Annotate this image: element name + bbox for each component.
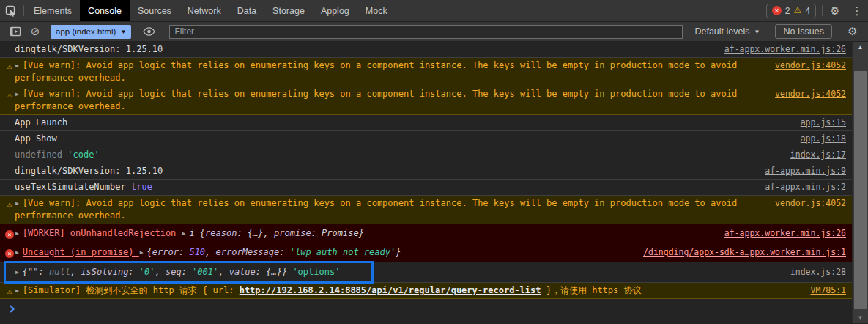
message-fragment: undefined (15, 150, 62, 160)
source-location-link[interactable]: af-appx.worker.min.js:26 (724, 43, 846, 56)
spacer (396, 0, 766, 21)
warning-icon: ⚠ (4, 198, 15, 210)
source-location-link[interactable]: index.js:28 (790, 266, 846, 279)
console-message-text: dingtalk/SDKVersion: 1.25.10 (15, 165, 754, 177)
message-fragment: useTextSimulateNumber (15, 182, 131, 192)
console-message-row: dingtalk/SDKVersion: 1.25.10af-appx.work… (0, 42, 852, 58)
expand-arrow-icon[interactable]: ▶ (15, 246, 19, 259)
console-message-row: ×▶[WORKER] onUnhandledRejection ▶i {reas… (0, 224, 852, 243)
message-fragment: : (279, 247, 289, 257)
message-fragment: '0' (139, 267, 155, 277)
log-levels-dropdown[interactable]: Default levels ▼ (689, 26, 765, 37)
source-location-link[interactable]: af-appx.min.js:2 (765, 181, 846, 194)
message-fragment: "" (28, 267, 38, 277)
source-location-link[interactable]: app.js:15 (801, 117, 846, 129)
inspect-element-icon[interactable] (0, 0, 22, 21)
message-fragment: [WORKER] onUnhandledRejection (23, 228, 182, 238)
tab-applog[interactable]: Applog (313, 0, 357, 21)
error-icon-glyph: × (5, 249, 14, 258)
more-options-icon[interactable]: ⋮ (846, 0, 868, 21)
source-location-link[interactable]: app.js:18 (801, 133, 846, 145)
message-fragment: : Promise} (311, 228, 364, 238)
message-fragment: { (147, 247, 152, 257)
source-location-link[interactable]: af-appx.min.js:9 (765, 165, 846, 177)
message-fragment: value (229, 267, 256, 277)
console-message-row: ⚠▶[Simulator] 检测到不安全的 http 请求 { url: htt… (0, 283, 852, 299)
console-message-row: ⚠▶[Vue warn]: Avoid app logic that relie… (0, 58, 852, 86)
expand-arrow-icon[interactable]: ▶ (15, 266, 19, 279)
message-fragment: performance overhead. (15, 210, 126, 221)
source-location-link[interactable]: /dingding/appx-sdk-a…ppx.worker.min.js:1 (643, 246, 846, 259)
console-message-text: ▶{"": null, isSolving: '0', seq: '001', … (15, 266, 780, 279)
expand-arrow-icon[interactable]: ▶ (15, 88, 19, 100)
console-message-row: App Showapp.js:18 (0, 131, 852, 147)
message-fragment: i { (189, 228, 205, 238)
message-fragment: : {…}, (237, 228, 274, 238)
settings-gear-icon[interactable]: ⚙ (824, 0, 846, 21)
clear-console-icon[interactable]: ⊘ (26, 25, 44, 38)
warning-badge-icon: ⚠ (794, 6, 802, 15)
console-main: dingtalk/SDKVersion: 1.25.10af-appx.work… (0, 42, 868, 323)
console-sidebar-icon[interactable] (4, 26, 26, 37)
source-location-link[interactable]: vendor.js:4052 (775, 197, 846, 210)
message-fragment: performance overhead. (15, 73, 126, 83)
tab-mock[interactable]: Mock (357, 0, 396, 21)
source-location-link[interactable]: af-appx.worker.min.js:26 (724, 227, 846, 240)
inline-url-link[interactable]: http://192.168.2.14:8885/api/v1/regular/… (240, 285, 541, 295)
message-fragment: '001' (192, 267, 218, 277)
console-message-row: undefined 'code'index.js:17 (0, 147, 852, 163)
console-prompt[interactable] (0, 299, 852, 323)
console-message-text: ▶[Simulator] 检测到不安全的 http 请求 { url: http… (15, 284, 801, 297)
console-settings-gear-icon[interactable]: ⚙ (842, 25, 864, 38)
divider (23, 5, 24, 16)
message-fragment: [Vue warn]: Avoid app logic that relies … (23, 89, 737, 99)
error-badge-icon: × (772, 6, 782, 15)
scrollbar-thumb[interactable] (854, 71, 867, 309)
levels-label: Default levels (694, 26, 749, 37)
console-message-row: ▶{"": null, isSolving: '0', seq: '001', … (0, 262, 852, 283)
console-message-text: dingtalk/SDKVersion: 1.25.10 (15, 43, 714, 56)
console-message-row: useTextSimulateNumber trueaf-appx.min.js… (0, 180, 852, 196)
source-location-link[interactable]: index.js:17 (790, 149, 846, 161)
expand-arrow-icon[interactable]: ▶ (15, 197, 19, 210)
tab-network[interactable]: Network (179, 0, 229, 21)
tab-elements[interactable]: Elements (26, 0, 80, 21)
live-expression-eye-icon[interactable] (138, 27, 160, 36)
filter-input[interactable] (169, 25, 683, 39)
error-icon: × (4, 228, 15, 240)
execution-context-selector[interactable]: app (index.html) ▼ (51, 25, 131, 39)
error-icon: × (4, 247, 15, 259)
message-fragment: 'code' (67, 150, 99, 160)
source-location-link[interactable]: VM785:1 (811, 284, 846, 297)
scroll-up-arrow-icon[interactable]: ▲ (853, 44, 868, 51)
no-issues-button[interactable]: No Issues (775, 24, 832, 39)
source-location-link[interactable]: vendor.js:4052 (775, 88, 846, 100)
divider (822, 5, 823, 16)
message-fragment: : (179, 247, 189, 257)
errors-warnings-badge[interactable]: × 2 ⚠ 4 (766, 4, 816, 18)
tab-data[interactable]: Data (229, 0, 264, 21)
error-icon-glyph: × (5, 230, 14, 239)
expand-arrow-icon[interactable]: ▶ (15, 284, 19, 297)
message-fragment: 510 (189, 247, 205, 257)
message-fragment: error (152, 247, 179, 257)
tab-sources[interactable]: Sources (130, 0, 179, 21)
message-fragment: : (128, 267, 138, 277)
message-fragment: [Simulator] 检测到不安全的 http 请求 { url: (23, 285, 240, 295)
tab-console[interactable]: Console (80, 0, 130, 21)
source-location-link[interactable]: vendor.js:4052 (775, 59, 846, 72)
expand-arrow-icon[interactable]: ▶ (15, 227, 19, 240)
console-message-text: ▶[Vue warn]: Avoid app logic that relies… (15, 88, 765, 113)
expand-arrow-icon[interactable]: ▶ (140, 246, 144, 259)
console-message-row: dingtalk/SDKVersion: 1.25.10af-appx.min.… (0, 163, 852, 180)
devtools-tab-bar: Elements Console Sources Network Data St… (0, 0, 868, 22)
vertical-scrollbar[interactable]: ▲ ▼ (852, 42, 868, 323)
tab-storage[interactable]: Storage (264, 0, 313, 21)
warning-icon: ⚠ (4, 285, 15, 298)
expand-arrow-icon[interactable]: ▶ (182, 227, 186, 240)
message-fragment: App Show (15, 133, 57, 144)
scroll-down-arrow-icon[interactable]: ▼ (853, 314, 868, 321)
expand-arrow-icon[interactable]: ▶ (15, 59, 19, 72)
prompt-chevron-icon (9, 305, 15, 315)
message-fragment: 'lwp auth not ready' (290, 247, 396, 257)
